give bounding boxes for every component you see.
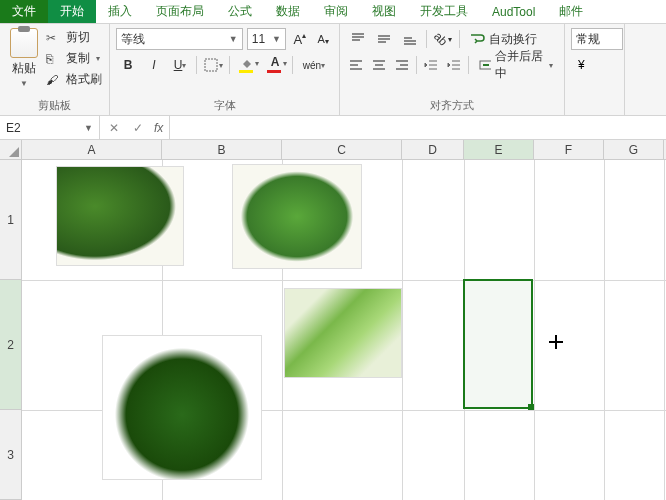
paste-button[interactable]: 粘贴 ▼	[6, 28, 42, 89]
paste-icon	[10, 28, 38, 58]
currency-button[interactable]: ¥	[571, 54, 595, 76]
formula-bar: E2▼ ✕ ✓ fx	[0, 116, 666, 140]
embedded-image-greens[interactable]	[232, 164, 362, 269]
merge-center-button[interactable]: 合并后居中▾	[473, 54, 558, 76]
outdent-icon	[423, 57, 439, 73]
decrease-font-button[interactable]: A▾	[313, 28, 333, 50]
currency-icon: ¥	[575, 57, 591, 73]
group-font: 等线▼ 11▼ A▴ A▾ B I U▾ ▾ ▾ A▾ wén▾ 字体	[110, 24, 340, 115]
group-alignment: ab▾ 自动换行 合并后居中▾ 对齐方式	[340, 24, 565, 115]
align-middle-button[interactable]	[372, 28, 396, 50]
chevron-down-icon: ▼	[20, 79, 28, 88]
group-number: 常规 ¥	[565, 24, 625, 115]
select-all-corner[interactable]	[0, 140, 22, 159]
align-bottom-button[interactable]	[398, 28, 422, 50]
confirm-formula-button[interactable]: ✓	[130, 121, 146, 135]
paste-label: 粘贴	[12, 60, 36, 77]
tab-developer[interactable]: 开发工具	[408, 0, 480, 23]
svg-rect-0	[205, 59, 217, 71]
group-clipboard: 粘贴 ▼ ✂剪切 ⎘复制▾ 🖌格式刷 剪贴板	[0, 24, 110, 115]
embedded-image-herbs[interactable]	[102, 335, 262, 480]
align-center-icon	[371, 57, 387, 73]
font-size-combo[interactable]: 11▼	[247, 28, 286, 50]
group-title-alignment: 对齐方式	[346, 93, 558, 113]
align-top-button[interactable]	[346, 28, 370, 50]
align-center-button[interactable]	[369, 54, 390, 76]
tab-home[interactable]: 开始	[48, 0, 96, 23]
column-header-B[interactable]: B	[162, 140, 282, 159]
cancel-formula-button[interactable]: ✕	[106, 121, 122, 135]
border-icon	[203, 57, 219, 73]
bucket-icon	[239, 55, 255, 71]
copy-icon: ⎘	[46, 52, 62, 66]
fill-color-button[interactable]: ▾	[234, 54, 260, 76]
fx-icon[interactable]: fx	[154, 121, 163, 135]
copy-button[interactable]: ⎘复制▾	[46, 49, 102, 68]
merge-icon	[478, 57, 491, 73]
tab-mail[interactable]: 邮件	[547, 0, 595, 23]
column-header-A[interactable]: A	[22, 140, 162, 159]
bold-button[interactable]: B	[116, 54, 140, 76]
phonetic-button[interactable]: wén▾	[297, 54, 331, 76]
group-title-font: 字体	[116, 93, 333, 113]
format-painter-button[interactable]: 🖌格式刷	[46, 70, 102, 89]
font-color-button[interactable]: A▾	[262, 54, 288, 76]
embedded-image-cucumber[interactable]	[284, 288, 402, 378]
ribbon-tabs: 文件 开始 插入 页面布局 公式 数据 审阅 视图 开发工具 AudTool 邮…	[0, 0, 666, 24]
indent-icon	[446, 57, 462, 73]
tab-insert[interactable]: 插入	[96, 0, 144, 23]
cut-button[interactable]: ✂剪切	[46, 28, 102, 47]
row-header-3[interactable]: 3	[0, 410, 22, 500]
worksheet: ABCDEFG 123	[0, 140, 666, 500]
border-button[interactable]: ▾	[201, 54, 225, 76]
row-header-1[interactable]: 1	[0, 160, 22, 280]
column-header-F[interactable]: F	[534, 140, 604, 159]
scissors-icon: ✂	[46, 31, 62, 45]
tab-page-layout[interactable]: 页面布局	[144, 0, 216, 23]
cell-cursor-icon	[549, 335, 563, 349]
increase-font-button[interactable]: A▴	[290, 28, 310, 50]
embedded-image-peppers[interactable]	[56, 166, 184, 266]
column-header-D[interactable]: D	[402, 140, 464, 159]
cell-selection	[463, 279, 533, 409]
underline-button[interactable]: U▾	[168, 54, 192, 76]
font-family-combo[interactable]: 等线▼	[116, 28, 243, 50]
increase-indent-button[interactable]	[444, 54, 465, 76]
align-top-icon	[350, 31, 366, 47]
italic-button[interactable]: I	[142, 54, 166, 76]
tab-data[interactable]: 数据	[264, 0, 312, 23]
align-bottom-icon	[402, 31, 418, 47]
wrap-text-button[interactable]: 自动换行	[464, 28, 542, 50]
orientation-button[interactable]: ab▾	[431, 28, 455, 50]
group-title-clipboard: 剪贴板	[6, 93, 103, 113]
column-header-G[interactable]: G	[604, 140, 664, 159]
tab-review[interactable]: 审阅	[312, 0, 360, 23]
number-format-combo[interactable]: 常规	[571, 28, 623, 50]
row-header-2[interactable]: 2	[0, 280, 22, 410]
ribbon: 粘贴 ▼ ✂剪切 ⎘复制▾ 🖌格式刷 剪贴板 等线▼ 11▼ A▴ A▾ B I…	[0, 24, 666, 116]
tab-audtool[interactable]: AudTool	[480, 0, 547, 23]
tab-file[interactable]: 文件	[0, 0, 48, 23]
column-headers: ABCDEFG	[0, 140, 666, 160]
align-middle-icon	[376, 31, 392, 47]
tab-formula[interactable]: 公式	[216, 0, 264, 23]
name-box[interactable]: E2▼	[0, 116, 100, 139]
svg-text:¥: ¥	[577, 58, 585, 72]
wrap-icon	[469, 31, 485, 47]
grid-area[interactable]: 123	[0, 160, 666, 500]
tab-view[interactable]: 视图	[360, 0, 408, 23]
column-header-E[interactable]: E	[464, 140, 534, 159]
brush-icon: 🖌	[46, 73, 62, 87]
align-left-button[interactable]	[346, 54, 367, 76]
align-left-icon	[348, 57, 364, 73]
column-header-C[interactable]: C	[282, 140, 402, 159]
align-right-icon	[394, 57, 410, 73]
align-right-button[interactable]	[391, 54, 412, 76]
decrease-indent-button[interactable]	[421, 54, 442, 76]
